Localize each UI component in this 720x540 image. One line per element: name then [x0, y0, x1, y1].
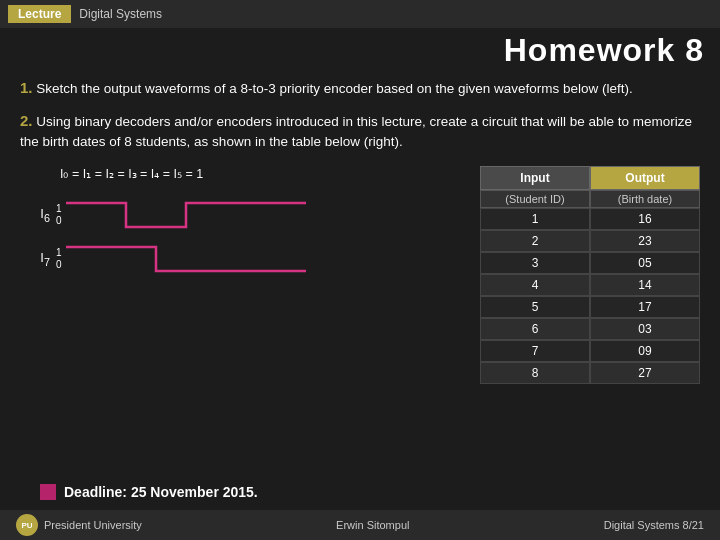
table-cell-input: 3	[480, 252, 590, 274]
university-logo: PU	[16, 514, 38, 536]
main-body: I₀ = I₁ = I₂ = I₃ = I₄ = I₅ = 1 I6 1 0	[20, 166, 700, 474]
table-row: 603	[480, 318, 700, 340]
slide: Lecture Digital Systems Homework 8 1. Sk…	[0, 0, 720, 540]
problem-2-text: Using binary decoders and/or encoders in…	[20, 114, 692, 150]
problem-1-text: Sketch the output waveforms of a 8-to-3 …	[36, 81, 633, 96]
footer-course-page: Digital Systems 8/21	[604, 519, 704, 531]
table-cell-input: 6	[480, 318, 590, 340]
table-cell-output: 23	[590, 230, 700, 252]
table-col-output-label: Output	[590, 166, 700, 190]
footer-author: Erwin Sitompul	[336, 519, 409, 531]
page-title: Homework 8	[16, 32, 704, 69]
table-row: 517	[480, 296, 700, 318]
deadline-row: Deadline: 25 November 2015.	[20, 484, 700, 500]
table-cell-output: 03	[590, 318, 700, 340]
table-row: 709	[480, 340, 700, 362]
table-area: Input Output (Student ID) (Birth date) 1…	[480, 166, 700, 384]
table-cell-output: 17	[590, 296, 700, 318]
content-area: 1. Sketch the output waveforms of a 8-to…	[0, 77, 720, 510]
waveform-i6-label: I6	[20, 206, 50, 224]
waveform-i6-levels: 1 0	[56, 203, 62, 227]
waveform-i7-label: I7	[20, 250, 50, 268]
table-body: 116223305414517603709827	[480, 208, 700, 384]
table-cell-input: 2	[480, 230, 590, 252]
table-cell-input: 1	[480, 208, 590, 230]
header: Lecture Digital Systems	[0, 0, 720, 28]
problem-1: 1. Sketch the output waveforms of a 8-to…	[20, 77, 700, 100]
table-row: 116	[480, 208, 700, 230]
table-cell-input: 7	[480, 340, 590, 362]
table-cell-output: 27	[590, 362, 700, 384]
table-sub-output: (Birth date)	[590, 190, 700, 208]
deadline-text: Deadline: 25 November 2015.	[64, 484, 258, 500]
waveform-i6-row: I6 1 0	[20, 197, 470, 233]
table-sub-input: (Student ID)	[480, 190, 590, 208]
footer: PU President University Erwin Sitompul D…	[0, 510, 720, 540]
waveform-i7-levels: 1 0	[56, 247, 62, 271]
table-row: 414	[480, 274, 700, 296]
course-label: Digital Systems	[79, 7, 162, 21]
waveform-i7-row: I7 1 0	[20, 241, 470, 277]
table-cell-output: 09	[590, 340, 700, 362]
waveform-i7-svg	[66, 241, 306, 277]
footer-university: President University	[44, 519, 142, 531]
problem-1-number: 1.	[20, 79, 33, 96]
footer-left: PU President University	[16, 514, 142, 536]
problem-2: 2. Using binary decoders and/or encoders…	[20, 110, 700, 153]
waveform-equation: I₀ = I₁ = I₂ = I₃ = I₄ = I₅ = 1	[60, 166, 203, 181]
table-col-input-label: Input	[480, 166, 590, 190]
table-cell-output: 16	[590, 208, 700, 230]
table-cell-input: 4	[480, 274, 590, 296]
table-row: 827	[480, 362, 700, 384]
problem-2-number: 2.	[20, 112, 33, 129]
lecture-label: Lecture	[8, 5, 71, 23]
waveform-i6-svg	[66, 197, 306, 233]
table-header: Input Output	[480, 166, 700, 190]
table-cell-output: 05	[590, 252, 700, 274]
table-row: 223	[480, 230, 700, 252]
table-subheader: (Student ID) (Birth date)	[480, 190, 700, 208]
table-cell-input: 5	[480, 296, 590, 318]
deadline-square-icon	[40, 484, 56, 500]
table-row: 305	[480, 252, 700, 274]
title-bar: Homework 8	[0, 28, 720, 77]
table-cell-output: 14	[590, 274, 700, 296]
table-cell-input: 8	[480, 362, 590, 384]
waveform-area: I₀ = I₁ = I₂ = I₃ = I₄ = I₅ = 1 I6 1 0	[20, 166, 470, 285]
